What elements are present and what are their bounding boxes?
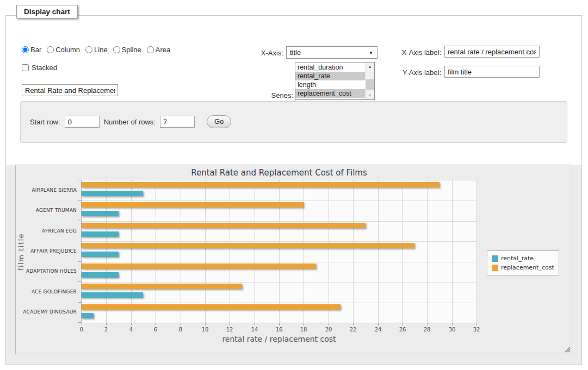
column-radio[interactable] [47,46,54,53]
x-axis-tick [255,323,255,325]
x-axis-tick-label: 18 [296,327,311,333]
gridline [304,180,304,323]
chart-type-option-column[interactable]: Column [47,46,80,54]
x-axis-tick-label: 2 [99,327,113,333]
scroll-down-icon[interactable]: ▼ [366,91,374,99]
series-option-rental_rate[interactable]: rental_rate [295,72,365,80]
x-axis-tick [304,323,304,325]
plot-area [81,180,477,323]
scroll-up-icon[interactable]: ▲ [366,62,374,71]
x-axis-tick [353,323,354,325]
x-axis-label-input[interactable] [444,46,540,58]
gridline [452,180,453,323]
gridline [378,180,379,323]
x-axis-tick-label: 12 [222,327,237,333]
category-label: ACADEMY DINOSAUR [16,309,77,315]
legend-item-rental_rate[interactable]: rental_rate [492,254,554,263]
x-axis-tick-label: 30 [445,327,459,333]
resize-handle-icon[interactable] [564,346,571,353]
category-label: AFRICAN EGG [16,228,77,234]
bar-rental_rate [82,272,119,278]
go-button[interactable]: Go [207,115,231,128]
bar-rental_rate [82,292,143,298]
stacked-option[interactable]: Stacked [22,64,57,72]
x-axis-tick-label: 4 [124,327,138,333]
series-option-replacement_cost[interactable]: replacement_cost [295,89,365,98]
bar-radio[interactable] [22,46,29,53]
x-axis-tick-label: 26 [395,327,410,333]
series-listbox[interactable]: rental_durationrental_ratelengthreplacem… [295,62,375,100]
area-radio[interactable] [147,46,154,53]
category-label: ADAPTATION HOLES [16,268,77,274]
gridline [427,180,428,323]
legend-swatch [492,255,498,262]
series-option-length[interactable]: length [295,80,365,89]
x-axis-tick [131,323,132,325]
chart-x-axis-title: rental rate / replacement cost [81,335,477,343]
bar-replacement_cost [82,223,366,228]
y-axis-tick [78,281,81,282]
chart-type-option-bar[interactable]: Bar [22,46,41,54]
chart-type-option-area[interactable]: Area [147,46,170,54]
y-axis-tick [78,302,81,303]
bar-rental_rate [82,231,119,237]
chart-title: Rental Rate and Replacement Cost of Film… [81,168,477,178]
display-chart-fieldset: Display chart BarColumnLineSplineArea St… [5,15,582,365]
legend-swatch [492,265,498,271]
x-axis-label: X-Axis: [245,49,283,57]
row-range-panel: Start row: Number of rows: Go [20,101,567,143]
chart-type-option-spline[interactable]: Spline [113,46,141,54]
x-axis-tick [205,323,206,325]
x-axis-tick [156,323,156,325]
gridline [82,241,476,242]
chart-title-input[interactable] [22,84,118,96]
gridline [82,282,476,283]
x-axis-tick [452,323,453,325]
bar-replacement_cost [82,202,304,208]
radio-option-label: Spline [122,46,141,54]
y-axis-tick [78,221,81,221]
chart-type-option-line[interactable]: Line [85,46,108,54]
x-axis-tick-label: 16 [272,327,286,333]
series-scrollbar[interactable]: ▲ ▼ [365,62,374,99]
y-axis-tick [78,241,81,241]
stacked-label: Stacked [32,64,57,72]
y-axis-tick [78,261,81,262]
x-axis-tick [230,323,230,325]
chart-box: Rental Rate and Replacement Cost of Film… [15,165,572,354]
x-axis-tick-label: 6 [148,327,163,333]
start-row-input[interactable] [65,116,100,128]
gridline [82,221,476,222]
chart-panel: Rental Rate and Replacement Cost of Film… [6,165,581,365]
series-option-rental_duration[interactable]: rental_duration [295,63,365,72]
gridline [353,180,354,323]
row-range-controls: Start row: Number of rows: Go [30,115,231,128]
x-axis-tick [476,323,477,325]
series-options: rental_durationrental_ratelengthreplacem… [295,63,365,98]
spline-radio[interactable] [113,46,120,53]
gridline [82,200,476,201]
radio-option-label: Line [94,46,108,54]
x-axis-tick [329,323,329,325]
y-axis-label-input[interactable] [444,66,540,78]
x-axis-tick [403,323,403,325]
legend-label: replacement_cost [501,264,554,271]
legend-item-replacement_cost[interactable]: replacement_cost [492,263,554,272]
x-axis-tick-label: 32 [469,327,484,333]
radio-option-label: Column [55,46,80,54]
legend-label: rental_rate [501,255,534,262]
line-radio[interactable] [85,46,92,53]
x-axis-select[interactable]: title ▼ [286,46,377,59]
x-axis-tick-label: 14 [247,327,262,333]
num-rows-label: Number of rows: [104,118,156,126]
x-axis-tick [427,323,428,325]
y-axis-tick [78,180,81,180]
bar-rental_rate [82,313,94,318]
num-rows-input[interactable] [160,116,195,128]
gridline [82,262,476,262]
radio-option-label: Bar [30,46,41,54]
x-axis-tick-label: 0 [75,327,89,333]
scrollbar-thumb[interactable] [366,79,374,90]
x-axis-selected-value: title [290,48,301,57]
stacked-checkbox[interactable] [22,64,29,71]
